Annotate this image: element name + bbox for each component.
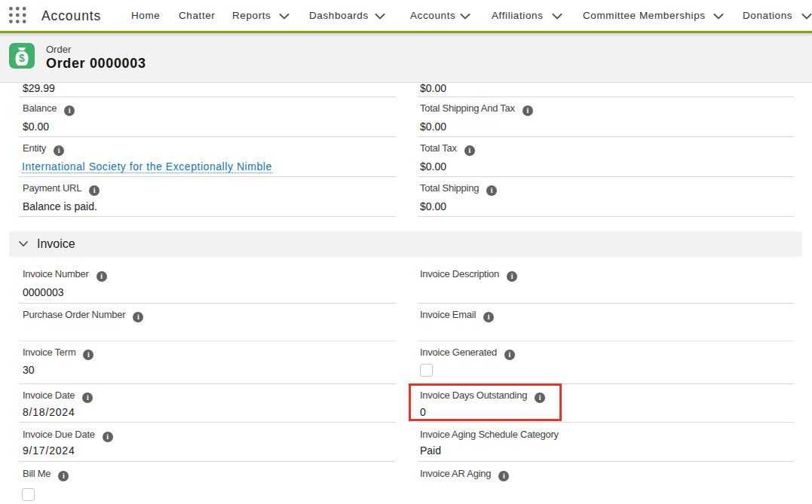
svg-text:$: $ bbox=[19, 52, 25, 64]
